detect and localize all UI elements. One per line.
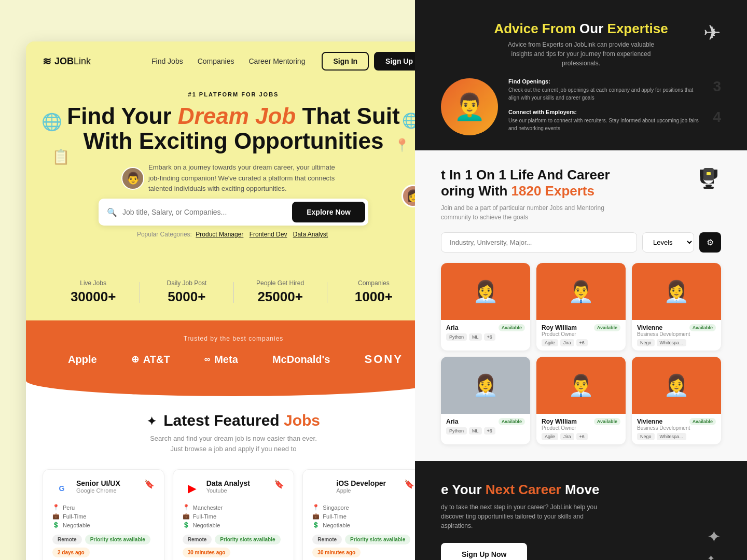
career-search-bar: Levels ⚙ (441, 232, 721, 253)
tag-priority-2: Priority slots available (345, 535, 410, 544)
meta-icon: ∞ (204, 355, 210, 364)
stat-daily-post-value: 5000+ (140, 289, 233, 305)
signup-button[interactable]: Sign Up (374, 52, 424, 71)
stat-live-jobs-value: 30000+ (47, 289, 140, 305)
svg-rect-1 (703, 187, 714, 189)
career-subtitle: Join and be a part of particular number … (441, 203, 607, 222)
expert-tag-32: +6 (484, 427, 495, 435)
advice-step-4: 4 Connect with Employers: Use our platfo… (508, 109, 721, 132)
nav-find-jobs[interactable]: Find Jobs (151, 57, 183, 65)
cat-product-manager[interactable]: Product Manager (196, 231, 243, 238)
expert-role-2: Business Development (637, 331, 716, 337)
expert-tag-30: Python (446, 427, 467, 435)
featured-header: ✦ Latest Featured Jobs Search and find y… (43, 412, 424, 454)
expert-img-0: 👩‍💼 (441, 263, 530, 320)
att-label: AT&T (143, 354, 170, 366)
job-2-type: 💼 Full-Time (312, 513, 414, 520)
job-1-title: Data Analyst (206, 479, 269, 487)
hero-title: Find Your Dream Job That Suit With Excit… (43, 104, 424, 154)
bookmark-2[interactable]: 🔖 (404, 479, 414, 489)
job-2-company: Apple (336, 487, 399, 494)
stat-companies-value: 1000+ (327, 289, 420, 305)
expert-tag-41: Jira (560, 433, 574, 440)
globe-icon-right: 🌐 (402, 112, 420, 129)
hero-title-highlight: Dream Job (178, 103, 296, 129)
navigation: ≋ JOBLink Find Jobs Companies Career Men… (26, 41, 441, 81)
bookmark-0[interactable]: 🔖 (144, 479, 155, 489)
advice-section: ✈ Advice From Our Expertise Advice from … (415, 0, 747, 150)
featured-title: ✦ Latest Featured Jobs (43, 412, 424, 429)
nav-career-mentoring[interactable]: Career Mentoring (249, 57, 306, 65)
tag-remote-0: Remote (52, 535, 82, 544)
expert-tags-1: Agile Jira +6 (542, 339, 620, 346)
cat-data-analyst[interactable]: Data Analyst (293, 231, 328, 238)
mcdonalds-label: McDonald's (272, 354, 330, 366)
job-1-location: 📍 Manchester (183, 504, 285, 511)
expert-card-5: 👩‍💼 Vivienne Available Business Developm… (632, 357, 721, 444)
hero-title-line2: With Exciting Opportunities (84, 128, 384, 153)
advice-steps: 3 Find Openings: Check out the current j… (508, 78, 721, 132)
job-2-title: iOS Developer (336, 479, 399, 487)
job-2-location: 📍 Singapore (312, 504, 414, 511)
cat-frontend-dev[interactable]: Frontend Dev (250, 231, 287, 238)
svg-rect-0 (706, 185, 712, 187)
expert-info-5: Vivienne Available Business Development … (632, 414, 721, 444)
expert-tags-2: Nego Whitespa... (637, 339, 716, 346)
expert-tag-11: Jira (560, 339, 574, 346)
tag-time-1: 30 minutes ago (183, 548, 231, 557)
available-badge-1: Available (594, 324, 620, 331)
hero-badge: #1 PLATFORM FOR JOBS (43, 91, 424, 97)
type-icon-2: 💼 (312, 513, 320, 520)
google-logo: G (52, 479, 71, 498)
expert-info-0: Aria Available Python ML +6 (441, 320, 530, 345)
salary-icon-1: 💲 (183, 522, 190, 528)
job-0-meta: 📍 Peru 💼 Full-Time 💲 Negotiable (52, 504, 155, 528)
expert-name-1: Roy William (542, 324, 577, 331)
expert-role-4: Product Owner (542, 425, 620, 431)
job-0-location: 📍 Peru (52, 504, 155, 511)
right-panel: ✈ Advice From Our Expertise Advice from … (415, 0, 747, 560)
job-2-meta: 📍 Singapore 💼 Full-Time 💲 Negotiable (312, 504, 414, 528)
featured-subtitle: Search and find your dream job is now ea… (145, 433, 322, 454)
expert-tag-31: ML (469, 427, 482, 435)
att-icon: ⊕ (131, 354, 139, 365)
expert-img-4: 👨‍💼 (536, 357, 626, 414)
avatar-right: 👩 (402, 185, 424, 207)
stat-live-jobs: Live Jobs 30000+ (47, 279, 140, 305)
step-num-4: 4 (713, 109, 721, 125)
trophy-icon (696, 166, 721, 193)
trusted-label: Trusted by the best companies (47, 335, 420, 342)
expert-name-3: Aria (446, 418, 458, 425)
bookmark-1[interactable]: 🔖 (274, 479, 284, 489)
career-filter-button[interactable]: ⚙ (699, 232, 721, 253)
next-career-subtitle: dy to take the next step in your career?… (441, 502, 607, 530)
nav-links: Find Jobs Companies Career Mentoring (151, 57, 305, 66)
expert-img-3: 👩‍💼 (441, 357, 530, 414)
tag-time-0: 2 days ago (52, 548, 90, 557)
job-card-1-header: ▶ Data Analyst Youtube 🔖 (183, 479, 285, 498)
next-career-signup-button[interactable]: Sign Up Now (441, 543, 527, 560)
stat-people-hired: People Get Hired 25000+ (234, 279, 327, 305)
expert-tag-50: Nego (637, 433, 655, 440)
stat-daily-post: Daily Job Post 5000+ (140, 279, 233, 305)
stat-companies-label: Companies (327, 279, 420, 287)
search-icon: 🔍 (107, 207, 117, 217)
step-3-title: Find Openings: (508, 78, 706, 85)
signin-button[interactable]: Sign In (322, 52, 369, 71)
expert-tags-3: Python ML +6 (446, 427, 525, 435)
expert-grid: 👩‍💼 Aria Available Python ML +6 👨‍💼 (441, 263, 721, 444)
expert-tags-4: Agile Jira +6 (542, 433, 620, 440)
paper-plane-icon: ✈ (703, 21, 721, 45)
career-search-input[interactable] (441, 232, 637, 253)
expert-role-5: Business Development (637, 425, 716, 431)
stat-daily-post-label: Daily Job Post (140, 279, 233, 287)
companies-row: Apple ⊕ AT&T ∞ Meta McDonald's SONY (47, 353, 420, 366)
stat-people-hired-label: People Get Hired (234, 279, 327, 287)
logo-icon: ≋ (43, 55, 51, 67)
nav-companies[interactable]: Companies (198, 57, 234, 65)
search-input[interactable] (122, 208, 292, 216)
career-level-select[interactable]: Levels (642, 232, 694, 253)
expert-tag-01: ML (469, 333, 482, 341)
tag-time-2: 30 minutes ago (312, 548, 361, 557)
explore-button[interactable]: Explore Now (292, 202, 365, 222)
